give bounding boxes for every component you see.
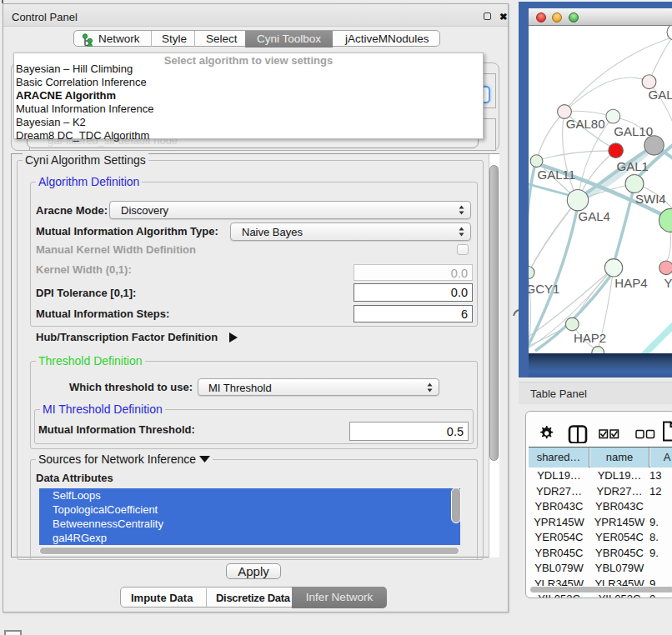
svg-text:GAL4: GAL4 (579, 209, 610, 223)
svg-text:SWI4: SWI4 (635, 192, 666, 206)
svg-text:GAL: GAL (649, 88, 672, 102)
svg-text:Y: Y (664, 276, 672, 290)
svg-text:HAP4: HAP4 (614, 276, 647, 290)
svg-text:GAL80: GAL80 (566, 117, 605, 131)
svg-text:GAL10: GAL10 (614, 124, 653, 138)
svg-text:GCY1: GCY1 (529, 282, 559, 296)
svg-text:GAL1: GAL1 (617, 159, 649, 173)
svg-text:HAP2: HAP2 (574, 331, 606, 345)
svg-text:GAL11: GAL11 (538, 168, 576, 182)
